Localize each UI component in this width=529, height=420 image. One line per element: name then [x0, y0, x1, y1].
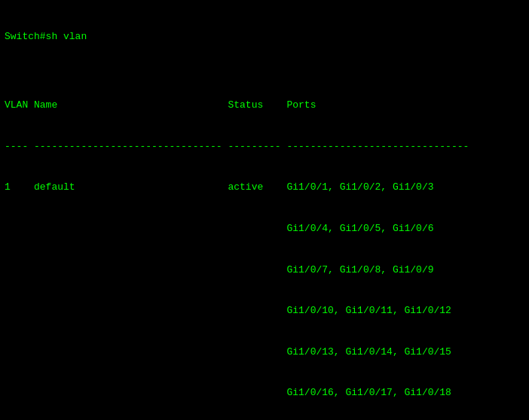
vlan1-4-line: Gi1/0/10, Gi1/0/11, Gi1/0/12 [5, 304, 524, 318]
vlan1-2-line: Gi1/0/4, Gi1/0/5, Gi1/0/6 [5, 222, 524, 236]
terminal-window: Switch#sh vlan VLAN Name Status Ports --… [5, 3, 524, 420]
div1-line: ---- -------------------------------- --… [5, 140, 524, 154]
vlan1-1-line: 1 default active Gi1/0/1, Gi1/0/2, Gi1/0… [5, 181, 524, 194]
vlan1-5-line: Gi1/0/13, Gi1/0/14, Gi1/0/15 [5, 345, 524, 359]
hdr1-line: VLAN Name Status Ports [5, 99, 524, 112]
cmd1-line: Switch#sh vlan [5, 30, 524, 44]
vlan1-3-line: Gi1/0/7, Gi1/0/8, Gi1/0/9 [5, 263, 524, 277]
vlan1-6-line: Gi1/0/16, Gi1/0/17, Gi1/0/18 [5, 386, 524, 400]
